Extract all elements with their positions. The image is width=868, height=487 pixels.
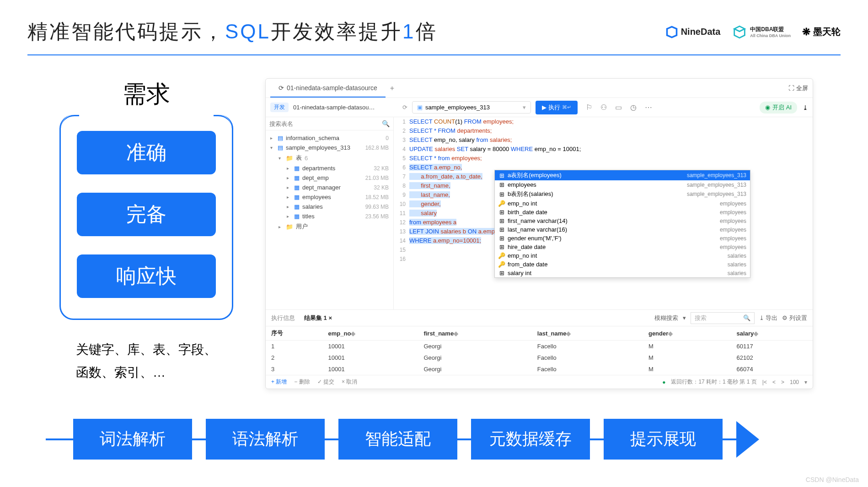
autocomplete-item[interactable]: ⊞birth_date dateemployees (495, 208, 750, 216)
run-button[interactable]: ▶ 执行 ⌘↵ (536, 101, 578, 114)
tree-db[interactable]: ▸▤information_schema0 (266, 133, 393, 143)
dba-logo: 中国DBA联盟All China DBA Union (732, 24, 791, 40)
dev-badge: 开发 (270, 103, 289, 112)
autocomplete-item[interactable]: ⊞b表别名(salaries)sample_employees_313 (495, 189, 750, 199)
tree-table[interactable]: ▸▦dept_emp21.03 MB (266, 173, 393, 183)
col-idx[interactable]: 序号 (266, 326, 323, 341)
search-box[interactable]: 🔍 (266, 117, 393, 130)
flow-diagram: 词法解析 语法解析 智能适配 元数据缓存 提示展现 (46, 419, 841, 460)
tab-exec-info[interactable]: 执行信息 (271, 314, 295, 322)
autocomplete-item[interactable]: 🔑from_date datesalaries (495, 260, 750, 269)
ninedata-logo: NineData (665, 26, 721, 38)
tree-table[interactable]: ▸▦employees18.52 MB (266, 192, 393, 202)
result-table: 序号 emp_no◆ first_name◆ last_name◆ gender… (266, 326, 813, 375)
col-empno[interactable]: emp_no◆ (323, 326, 418, 341)
database-icon: ▤ (278, 135, 283, 141)
export-button[interactable]: ⤓ 导出 (759, 314, 778, 322)
pill-complete: 完备 (77, 193, 216, 236)
ai-icon: ◉ (765, 104, 770, 111)
autocomplete-item[interactable]: 🔑emp_no intemployees (495, 199, 750, 208)
autocomplete-item[interactable]: ⊞employeessample_employees_313 (495, 180, 750, 189)
autocomplete-item[interactable]: ⊞gender enum('M','F')employees (495, 234, 750, 243)
database-select[interactable]: ▣ sample_employees_313 ▾ (412, 101, 531, 114)
flow-step: 提示展现 (604, 419, 723, 460)
search-input[interactable] (269, 120, 382, 127)
table-icon: ▦ (294, 184, 300, 191)
autocomplete-item[interactable]: ⊞first_name varchar(14)employees (495, 216, 750, 225)
fullscreen-button[interactable]: ⛶全屏 (788, 84, 808, 92)
editor-tab[interactable]: ⟳ 01-ninedata-sample-datasource (270, 79, 386, 97)
result-search[interactable]: 搜索🔍 (691, 312, 755, 324)
tree-table[interactable]: ▸▦salaries99.63 MB (266, 202, 393, 211)
tab-result[interactable]: 结果集 1 × (304, 314, 332, 322)
add-button[interactable]: + 新增 (271, 378, 287, 386)
col-salary[interactable]: salary◆ (731, 326, 813, 341)
table-icon: ▦ (294, 194, 300, 200)
refresh-icon[interactable]: ⟳ (402, 104, 407, 111)
play-icon: ▶ (542, 104, 547, 111)
first-page[interactable]: |< (762, 379, 767, 385)
ai-button[interactable]: ◉开启 AI (760, 102, 797, 114)
col-ln[interactable]: last_name◆ (532, 326, 643, 341)
code-editor[interactable]: 1SELECT COUNT(1) FROM employees; 2SELECT… (394, 117, 813, 309)
database-icon: ▤ (278, 144, 283, 151)
history-icon[interactable]: ◷ (630, 103, 637, 112)
table-row[interactable]: 310001GeorgiFacelloM66074 (266, 363, 813, 375)
delete-button[interactable]: − 删除 (294, 378, 310, 386)
next-page[interactable]: > (781, 379, 784, 385)
page-size[interactable]: 100 (790, 379, 799, 385)
add-tab-button[interactable]: + (390, 84, 394, 92)
tree-table[interactable]: ▸▦titles23.56 MB (266, 211, 393, 221)
autocomplete-item[interactable]: ⊞salary intsalaries (495, 269, 750, 277)
flow-step: 词法解析 (73, 419, 192, 460)
save-icon[interactable]: ▭ (615, 103, 622, 112)
watermark: CSDN @NineData (806, 476, 859, 483)
search-icon[interactable]: 🔍 (382, 120, 390, 127)
flow-step: 语法解析 (206, 419, 325, 460)
database-icon: ▣ (417, 104, 423, 111)
download-icon[interactable]: ⤓ (803, 104, 808, 111)
table-icon: ▦ (294, 165, 300, 172)
chevron-down-icon: ▾ (523, 104, 526, 111)
folder-icon: 📁 (286, 155, 293, 162)
autocomplete-popup[interactable]: ⊞a表别名(employees)sample_employees_313⊞emp… (494, 170, 750, 278)
flow-step: 元数据缓存 (471, 419, 590, 460)
autocomplete-item[interactable]: ⊞a表别名(employees)sample_employees_313 (495, 170, 750, 180)
column-settings[interactable]: ⚙ 列设置 (782, 314, 807, 322)
status-info: 返回行数：17 耗时：1 毫秒 第 1 页 (671, 378, 756, 386)
table-row[interactable]: 110001GeorgiFacelloM60117 (266, 341, 813, 352)
arrow-icon (736, 421, 759, 458)
refresh-icon: ⟳ (279, 84, 284, 92)
table-icon: ▦ (294, 174, 300, 181)
more-icon[interactable]: ⋯ (645, 103, 652, 112)
prev-page[interactable]: < (772, 379, 776, 385)
autocomplete-item[interactable]: 🔑emp_no intsalaries (495, 251, 750, 260)
autocomplete-item[interactable]: ⊞hire_date dateemployees (495, 243, 750, 251)
tree-icon[interactable]: ⚇ (600, 103, 607, 112)
col-fn[interactable]: first_name◆ (418, 326, 531, 341)
folder-icon: 📁 (286, 223, 293, 230)
tree-table[interactable]: ▸▦dept_manager32 KB (266, 183, 393, 192)
requirements-panel: 需求 准确 完备 响应快 关键字、库、表、字段、函数、索引、… (55, 78, 238, 389)
pill-accurate: 准确 (77, 131, 216, 174)
table-icon: ▦ (294, 213, 300, 220)
search-icon: 🔍 (743, 314, 750, 321)
commit-button[interactable]: ✓ 提交 (317, 378, 334, 386)
autocomplete-item[interactable]: ⊞last_name varchar(16)employees (495, 225, 750, 234)
ide-screenshot: ⟳ 01-ninedata-sample-datasource + ⛶全屏 开发… (265, 78, 813, 389)
modb-logo: ❋墨天轮 (802, 26, 841, 38)
flow-step: 智能适配 (338, 419, 457, 460)
source-selector[interactable]: 01-ninedata-sample-datasou…⟳ (293, 104, 407, 111)
tree-folder[interactable]: ▸📁用户 (266, 221, 393, 232)
tree-folder[interactable]: ▾📁表 6 (266, 152, 393, 163)
tree-table[interactable]: ▸▦departments32 KB (266, 163, 393, 173)
search-mode[interactable]: 模糊搜索 (654, 314, 678, 322)
tree-db[interactable]: ▾▤sample_employees_313162.8 MB (266, 143, 393, 152)
cancel-button[interactable]: × 取消 (342, 378, 357, 386)
table-icon: ▦ (294, 203, 300, 210)
slide-header: 精准智能代码提示，SQL开发效率提升1倍 NineData 中国DBA联盟All… (27, 18, 841, 55)
col-gender[interactable]: gender◆ (643, 326, 731, 341)
need-label: 需求 (123, 78, 170, 110)
table-row[interactable]: 210001GeorgiFacelloM62102 (266, 352, 813, 363)
format-icon[interactable]: ⚐ (586, 103, 592, 112)
